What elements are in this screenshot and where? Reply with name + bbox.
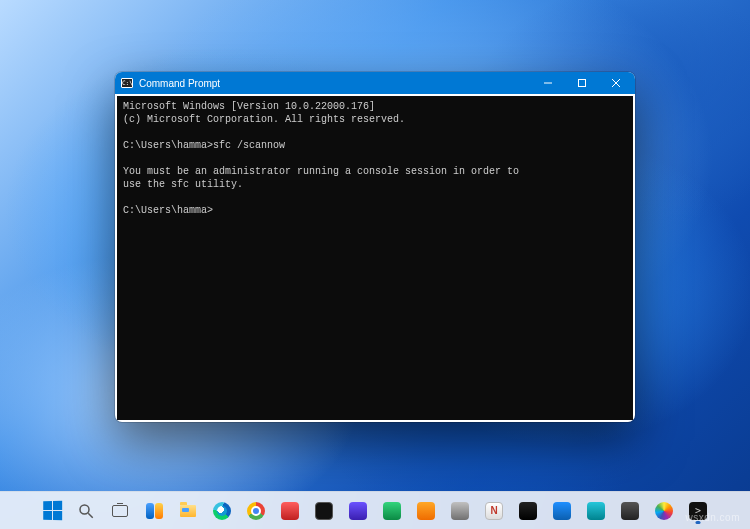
app-icon bbox=[416, 501, 436, 521]
search-icon bbox=[76, 501, 96, 521]
start-button[interactable] bbox=[37, 496, 67, 526]
taskbar-app-2[interactable] bbox=[309, 496, 339, 526]
minimize-icon bbox=[543, 78, 553, 88]
cmd-icon: C:\ bbox=[121, 78, 133, 88]
app-icon bbox=[314, 501, 334, 521]
chrome-icon bbox=[246, 501, 266, 521]
desktop: C:\ Command Prompt Microsoft Windows [Ve… bbox=[0, 0, 750, 529]
search-button[interactable] bbox=[71, 496, 101, 526]
app-icon bbox=[552, 501, 572, 521]
minimize-button[interactable] bbox=[531, 72, 565, 94]
taskbar-app-12[interactable] bbox=[649, 496, 679, 526]
taskbar-app-6[interactable] bbox=[445, 496, 475, 526]
app-icon bbox=[382, 501, 402, 521]
app-icon bbox=[450, 501, 470, 521]
taskbar bbox=[0, 491, 750, 529]
app-icon bbox=[654, 501, 674, 521]
maximize-button[interactable] bbox=[565, 72, 599, 94]
file-explorer-button[interactable] bbox=[173, 496, 203, 526]
command-prompt-window: C:\ Command Prompt Microsoft Windows [Ve… bbox=[115, 72, 635, 422]
taskbar-app-10[interactable] bbox=[581, 496, 611, 526]
app-icon bbox=[620, 501, 640, 521]
maximize-icon bbox=[577, 78, 587, 88]
app-icon bbox=[280, 501, 300, 521]
app-icon bbox=[484, 501, 504, 521]
window-title: Command Prompt bbox=[139, 78, 531, 89]
task-view-button[interactable] bbox=[105, 496, 135, 526]
edge-button[interactable] bbox=[207, 496, 237, 526]
taskbar-app-1[interactable] bbox=[275, 496, 305, 526]
app-icon bbox=[518, 501, 538, 521]
title-bar[interactable]: C:\ Command Prompt bbox=[115, 72, 635, 94]
taskbar-app-9[interactable] bbox=[547, 496, 577, 526]
watermark: wsxdn.com bbox=[685, 512, 740, 523]
app-icon bbox=[348, 501, 368, 521]
chrome-button[interactable] bbox=[241, 496, 271, 526]
close-icon bbox=[611, 78, 621, 88]
taskbar-app-5[interactable] bbox=[411, 496, 441, 526]
app-icon bbox=[586, 501, 606, 521]
taskbar-app-3[interactable] bbox=[343, 496, 373, 526]
widgets-icon bbox=[144, 501, 164, 521]
taskbar-app-8[interactable] bbox=[513, 496, 543, 526]
edge-icon bbox=[212, 501, 232, 521]
close-button[interactable] bbox=[599, 72, 633, 94]
folder-icon bbox=[178, 501, 198, 521]
taskbar-app-11[interactable] bbox=[615, 496, 645, 526]
console-output[interactable]: Microsoft Windows [Version 10.0.22000.17… bbox=[117, 96, 633, 420]
svg-point-1 bbox=[80, 505, 89, 514]
widgets-button[interactable] bbox=[139, 496, 169, 526]
task-view-icon bbox=[110, 501, 130, 521]
svg-rect-0 bbox=[579, 80, 586, 87]
windows-logo-icon bbox=[42, 501, 62, 521]
taskbar-app-7[interactable] bbox=[479, 496, 509, 526]
taskbar-app-4[interactable] bbox=[377, 496, 407, 526]
